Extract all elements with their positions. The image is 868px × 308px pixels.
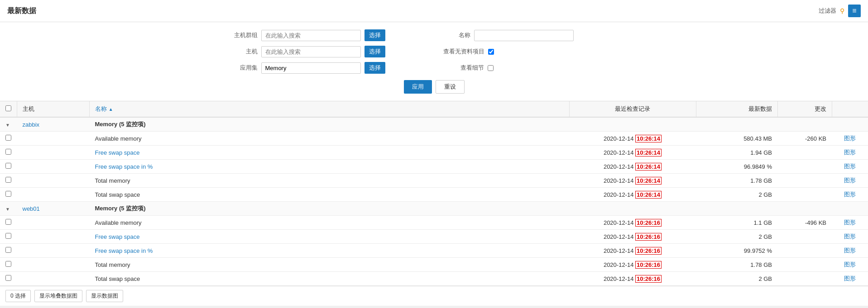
row-name: Total memory <box>90 258 570 272</box>
host-group-input[interactable] <box>261 30 361 41</box>
col-header-latest: 最新数据 <box>696 101 777 117</box>
item-link[interactable]: Free swap space <box>95 149 140 156</box>
item-name: Total memory <box>95 261 130 268</box>
row-host <box>17 174 90 188</box>
graph-link[interactable]: 图形 <box>844 219 856 226</box>
row-lastcheck: 2020-12-14 10:26:14 <box>569 132 696 146</box>
row-action: 图形 <box>832 258 868 272</box>
table-row: Total swap space 2020-12-14 10:26:16 2 G… <box>0 272 868 286</box>
host-cell: web01 <box>17 202 90 216</box>
row-check <box>0 216 17 230</box>
row-action: 图形 <box>832 146 868 160</box>
time-part: 10:26:16 <box>635 275 662 283</box>
reset-button[interactable]: 重设 <box>436 80 465 94</box>
graph-link[interactable]: 图形 <box>844 233 856 240</box>
row-latest: 1.1 GB <box>696 216 777 230</box>
row-latest: 2 GB <box>696 230 777 244</box>
host-input[interactable] <box>261 46 361 57</box>
row-checkbox[interactable] <box>5 177 11 183</box>
show-detail-checkbox[interactable] <box>488 65 494 71</box>
item-name: Available memory <box>95 135 142 142</box>
row-checkbox[interactable] <box>5 135 11 141</box>
item-name: Total swap space <box>95 275 140 282</box>
row-action: 图形 <box>832 230 868 244</box>
host-group-select-button[interactable]: 选择 <box>364 29 385 41</box>
row-checkbox[interactable] <box>5 261 11 267</box>
host-group-label: 主机群组 <box>230 31 258 39</box>
graph-link[interactable]: 图形 <box>844 177 856 184</box>
show-data-chart-button[interactable]: 显示数据图 <box>86 290 123 302</box>
time-part: 10:26:14 <box>635 177 662 185</box>
app-input[interactable] <box>261 62 361 74</box>
col-header-name[interactable]: 名称 ▲ <box>90 101 570 117</box>
name-input[interactable] <box>474 30 574 41</box>
row-checkbox[interactable] <box>5 219 11 225</box>
row-check <box>0 146 17 160</box>
table-row: Free swap space 2020-12-14 10:26:16 2 GB… <box>0 230 868 244</box>
graph-link[interactable]: 图形 <box>844 275 856 282</box>
time-part: 10:26:16 <box>635 247 662 255</box>
row-latest: 1.78 GB <box>696 174 777 188</box>
collapse-icon[interactable]: ▼ <box>5 207 10 212</box>
row-name: Available memory <box>90 132 570 146</box>
filter-grid: 主机群组 选择 名称 主机 选择 查看无资料项目 应用集 选择 查看细节 <box>230 29 638 74</box>
filter-icon[interactable]: ⚲ <box>840 7 844 14</box>
row-check <box>0 132 17 146</box>
row-checkbox[interactable] <box>5 191 11 197</box>
table-row: Available memory 2020-12-14 10:26:14 580… <box>0 132 868 146</box>
graph-link[interactable]: 图形 <box>844 191 856 198</box>
graph-link[interactable]: 图形 <box>844 261 856 268</box>
filter-section: 主机群组 选择 名称 主机 选择 查看无资料项目 应用集 选择 查看细节 <box>0 22 868 101</box>
main-content: 主机 名称 ▲ 最近检查记录 最新数据 更改 <box>0 101 868 286</box>
row-action: 图形 <box>832 272 868 286</box>
row-checkbox[interactable] <box>5 149 11 155</box>
corner-icon[interactable]: ≡ <box>848 5 861 17</box>
show-stacked-chart-button[interactable]: 显示堆叠数据图 <box>34 290 82 302</box>
host-select-button[interactable]: 选择 <box>364 46 385 57</box>
col-header-check <box>0 101 17 117</box>
host-link[interactable]: web01 <box>23 205 40 212</box>
date-part: 2020-12-14 <box>604 233 635 240</box>
app-select-button[interactable]: 选择 <box>364 62 385 74</box>
row-action: 图形 <box>832 188 868 202</box>
row-latest: 1.78 GB <box>696 258 777 272</box>
filter-actions: 应用 重设 <box>9 80 859 94</box>
row-latest: 1.94 GB <box>696 146 777 160</box>
select-all-checkbox[interactable] <box>5 105 11 111</box>
graph-link[interactable]: 图形 <box>844 149 856 156</box>
row-checkbox[interactable] <box>5 233 11 239</box>
row-checkbox[interactable] <box>5 247 11 253</box>
item-link[interactable]: Free swap space <box>95 233 140 240</box>
row-action: 图形 <box>832 174 868 188</box>
table-row: Free swap space in % 2020-12-14 10:26:16… <box>0 244 868 258</box>
row-lastcheck: 2020-12-14 10:26:16 <box>569 244 696 258</box>
row-latest: 96.9849 % <box>696 160 777 174</box>
row-change <box>777 174 832 188</box>
row-checkbox[interactable] <box>5 275 11 281</box>
time-part: 10:26:14 <box>635 149 662 156</box>
host-row-check: ▼ <box>0 202 17 216</box>
host-link[interactable]: zabbix <box>23 121 40 128</box>
collapse-icon[interactable]: ▼ <box>5 123 10 128</box>
col-header-lastcheck: 最近检查记录 <box>569 101 696 117</box>
show-no-data-checkbox[interactable] <box>488 49 494 55</box>
row-lastcheck: 2020-12-14 10:26:16 <box>569 230 696 244</box>
show-detail-row: 查看细节 <box>443 62 638 74</box>
row-host <box>17 188 90 202</box>
table-row: Total memory 2020-12-14 10:26:14 1.78 GB… <box>0 174 868 188</box>
time-part: 10:26:16 <box>635 219 662 227</box>
row-checkbox[interactable] <box>5 163 11 169</box>
apply-button[interactable]: 应用 <box>404 80 432 94</box>
graph-link[interactable]: 图形 <box>844 163 856 170</box>
row-name: Total swap space <box>90 272 570 286</box>
date-part: 2020-12-14 <box>604 191 635 198</box>
graph-link[interactable]: 图形 <box>844 135 856 142</box>
graph-link[interactable]: 图形 <box>844 247 856 254</box>
row-name: Free swap space in % <box>90 160 570 174</box>
host-label: 主机 <box>230 47 258 56</box>
row-change <box>777 244 832 258</box>
item-link[interactable]: Free swap space in % <box>95 247 153 254</box>
item-link[interactable]: Free swap space in % <box>95 163 153 170</box>
show-no-data-row: 查看无资料项目 <box>443 46 638 57</box>
select-count-button[interactable]: 0 选择 <box>5 290 31 302</box>
